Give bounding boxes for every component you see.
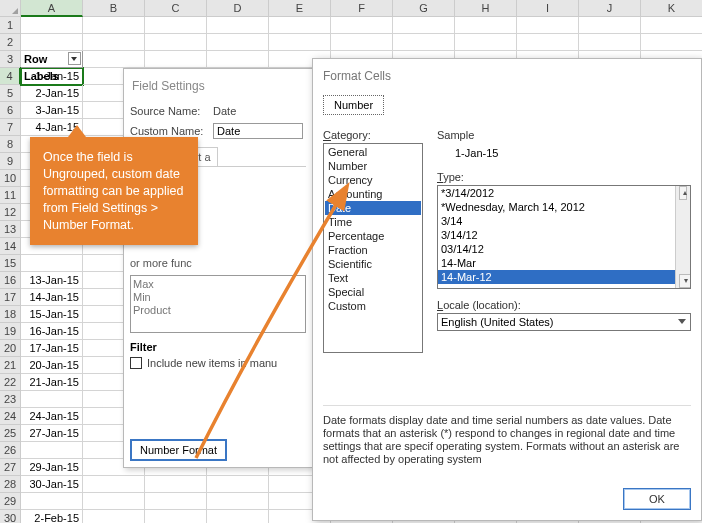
row-header[interactable]: 21 — [0, 357, 21, 374]
scroll-up-icon[interactable]: ▴ — [679, 186, 687, 200]
type-item[interactable]: *Wednesday, March 14, 2012 — [438, 200, 690, 214]
category-item[interactable]: Scientific — [325, 257, 421, 271]
row-header[interactable]: 27 — [0, 459, 21, 476]
cell[interactable] — [331, 34, 393, 51]
cell[interactable] — [579, 17, 641, 34]
category-item[interactable]: Currency — [325, 173, 421, 187]
row-header[interactable]: 1 — [0, 17, 21, 34]
cell[interactable]: 13-Jan-15 — [21, 272, 83, 289]
cell[interactable]: 20-Jan-15 — [21, 357, 83, 374]
type-item[interactable]: 03/14/12 — [438, 242, 690, 256]
cell[interactable]: 29-Jan-15 — [21, 459, 83, 476]
cell[interactable] — [145, 510, 207, 523]
row-header[interactable]: 18 — [0, 306, 21, 323]
col-header[interactable]: A — [21, 0, 83, 17]
cell[interactable] — [83, 510, 145, 523]
category-item[interactable]: Date — [325, 201, 421, 215]
row-header[interactable]: 19 — [0, 323, 21, 340]
row-header[interactable]: 26 — [0, 442, 21, 459]
locale-select[interactable]: English (United States) — [437, 313, 691, 331]
cell[interactable] — [455, 17, 517, 34]
row-header[interactable]: 23 — [0, 391, 21, 408]
row-header[interactable]: 5 — [0, 85, 21, 102]
category-item[interactable]: Custom — [325, 299, 421, 313]
list-item[interactable]: Product — [133, 304, 303, 317]
cell[interactable]: 24-Jan-15 — [21, 408, 83, 425]
cell[interactable] — [207, 17, 269, 34]
number-format-button[interactable]: Number Format — [130, 439, 227, 461]
cell[interactable] — [21, 442, 83, 459]
cell[interactable] — [641, 17, 702, 34]
row-header[interactable]: 25 — [0, 425, 21, 442]
cell[interactable] — [393, 17, 455, 34]
row-header[interactable]: 28 — [0, 476, 21, 493]
col-header[interactable]: G — [393, 0, 455, 17]
row-header[interactable]: 10 — [0, 170, 21, 187]
scrollbar[interactable]: ▴ ▾ — [675, 186, 690, 288]
col-header[interactable]: K — [641, 0, 702, 17]
cell[interactable] — [641, 34, 702, 51]
category-item[interactable]: Fraction — [325, 243, 421, 257]
row-header[interactable]: 3 — [0, 51, 21, 68]
cell[interactable] — [207, 51, 269, 68]
row-header[interactable]: 22 — [0, 374, 21, 391]
cell[interactable] — [21, 17, 83, 34]
category-item[interactable]: Accounting — [325, 187, 421, 201]
row-header[interactable]: 7 — [0, 119, 21, 136]
col-header[interactable]: B — [83, 0, 145, 17]
cell[interactable] — [21, 391, 83, 408]
category-list[interactable]: GeneralNumberCurrencyAccountingDateTimeP… — [323, 143, 423, 353]
category-item[interactable]: Number — [325, 159, 421, 173]
cell[interactable] — [83, 493, 145, 510]
cell[interactable]: 27-Jan-15 — [21, 425, 83, 442]
cell[interactable]: 21-Jan-15 — [21, 374, 83, 391]
ok-button[interactable]: OK — [623, 488, 691, 510]
row-header[interactable]: 24 — [0, 408, 21, 425]
row-header[interactable]: 8 — [0, 136, 21, 153]
row-header[interactable]: 11 — [0, 187, 21, 204]
row-header[interactable]: 15 — [0, 255, 21, 272]
category-item[interactable]: General — [325, 145, 421, 159]
col-header[interactable]: I — [517, 0, 579, 17]
cell[interactable] — [83, 476, 145, 493]
dropdown-icon[interactable] — [68, 52, 81, 65]
cell[interactable] — [269, 17, 331, 34]
col-header[interactable]: D — [207, 0, 269, 17]
cell[interactable]: 17-Jan-15 — [21, 340, 83, 357]
cell[interactable] — [21, 34, 83, 51]
type-item[interactable]: 3/14 — [438, 214, 690, 228]
cell[interactable]: 2-Jan-15 — [21, 85, 83, 102]
include-new-items-checkbox[interactable]: Include new items in manu — [130, 357, 306, 369]
category-item[interactable]: Percentage — [325, 229, 421, 243]
type-list[interactable]: *3/14/2012*Wednesday, March 14, 20123/14… — [437, 185, 691, 289]
col-header[interactable]: F — [331, 0, 393, 17]
row-header[interactable]: 12 — [0, 204, 21, 221]
list-item[interactable]: Min — [133, 291, 303, 304]
cell[interactable] — [83, 51, 145, 68]
col-header[interactable]: H — [455, 0, 517, 17]
row-header[interactable]: 13 — [0, 221, 21, 238]
cell[interactable] — [83, 17, 145, 34]
list-item[interactable]: Max — [133, 278, 303, 291]
cell[interactable] — [207, 493, 269, 510]
col-header[interactable]: C — [145, 0, 207, 17]
row-header[interactable]: 9 — [0, 153, 21, 170]
custom-name-input[interactable] — [213, 123, 303, 139]
type-item[interactable]: 14-Mar-12 — [438, 270, 690, 284]
row-header[interactable]: 20 — [0, 340, 21, 357]
row-header[interactable]: 17 — [0, 289, 21, 306]
category-item[interactable]: Special — [325, 285, 421, 299]
select-all-corner[interactable] — [0, 0, 21, 17]
cell[interactable]: 2-Feb-15 — [21, 510, 83, 523]
cell[interactable] — [145, 17, 207, 34]
tab-number[interactable]: Number — [323, 95, 384, 115]
row-header[interactable]: 6 — [0, 102, 21, 119]
cell[interactable]: 15-Jan-15 — [21, 306, 83, 323]
cell[interactable] — [269, 34, 331, 51]
type-item[interactable]: 3/14/12 — [438, 228, 690, 242]
cell[interactable] — [145, 493, 207, 510]
col-header[interactable]: J — [579, 0, 641, 17]
cell[interactable] — [455, 34, 517, 51]
cell[interactable] — [393, 34, 455, 51]
cell[interactable] — [83, 34, 145, 51]
